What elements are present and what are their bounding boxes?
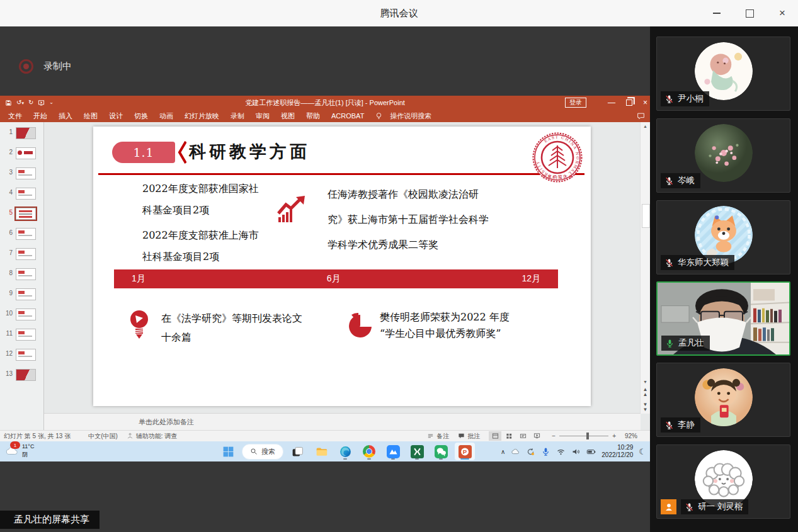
- sync-status-icon[interactable]: [526, 447, 535, 456]
- wifi-icon[interactable]: [556, 447, 566, 456]
- taskbar-clock[interactable]: 10:29 2022/12/20: [601, 444, 633, 459]
- slide-thumbnail-12[interactable]: 12: [5, 349, 43, 361]
- thumbnail-preview[interactable]: [16, 329, 36, 341]
- volume-icon[interactable]: [571, 447, 581, 456]
- thumbnail-preview[interactable]: [16, 248, 36, 260]
- start-button[interactable]: [218, 443, 238, 460]
- battery-icon[interactable]: [586, 447, 596, 456]
- weather-widget[interactable]: 1 11°C 阴: [5, 443, 34, 459]
- taskbar-app-wechat[interactable]: [431, 443, 451, 460]
- ribbon-tab-11[interactable]: 视图: [275, 110, 300, 122]
- scroll-down-icon[interactable]: ▼: [641, 378, 650, 386]
- notes-button[interactable]: 备注: [427, 432, 449, 441]
- scroll-up-icon[interactable]: ▲: [641, 122, 650, 130]
- thumbnail-preview[interactable]: [16, 228, 36, 240]
- thumbnail-preview[interactable]: [16, 268, 36, 280]
- taskbar-app-task-view[interactable]: [287, 443, 307, 460]
- language-status[interactable]: 中文(中国): [88, 432, 118, 441]
- slide-thumbnail-10[interactable]: 10: [5, 308, 43, 320]
- ppt-restore-button[interactable]: [626, 99, 632, 106]
- slide-thumbnail-13[interactable]: 13: [5, 369, 43, 381]
- slide-thumbnail-3[interactable]: 3: [5, 167, 43, 179]
- ribbon-tab-8[interactable]: 幻灯片放映: [179, 110, 225, 122]
- taskbar-app-excel[interactable]: [407, 443, 427, 460]
- accessibility-status[interactable]: 辅助功能: 调查: [127, 432, 178, 441]
- slide-thumbnail-5[interactable]: 5: [5, 208, 43, 220]
- taskbar-app-file-explorer[interactable]: [311, 443, 331, 460]
- participant-tile-2[interactable]: 岑峨: [656, 118, 790, 193]
- ribbon-tab-6[interactable]: 切换: [128, 110, 154, 122]
- start-slideshow-icon[interactable]: [38, 99, 45, 106]
- notes-pane[interactable]: 单击此处添加备注: [44, 413, 641, 430]
- redo-icon[interactable]: ↻: [28, 99, 33, 106]
- ribbon-tab-3[interactable]: 插入: [53, 110, 78, 122]
- slideshow-view-button[interactable]: [530, 431, 543, 441]
- slide-sorter-view-button[interactable]: [503, 431, 515, 441]
- slide-canvas[interactable]: 1.1 科研教学方面 EAST CHINA: [93, 127, 591, 406]
- thumbnail-preview[interactable]: [16, 127, 36, 139]
- normal-view-button[interactable]: [489, 431, 501, 441]
- ribbon-tab-7[interactable]: 动画: [154, 110, 179, 122]
- ribbon-tab-1[interactable]: 文件: [3, 110, 28, 122]
- ribbon-tab-4[interactable]: 绘图: [78, 110, 103, 122]
- slide-thumbnail-4[interactable]: 4: [5, 188, 43, 200]
- reading-view-button[interactable]: [516, 431, 529, 441]
- participant-tile-5[interactable]: 李静: [656, 363, 790, 437]
- ribbon-tab-2[interactable]: 开始: [28, 110, 53, 122]
- next-slide-button[interactable]: ▼▼: [641, 402, 650, 412]
- do-not-disturb-moon-icon[interactable]: ☾: [639, 447, 646, 456]
- slide-thumbnail-8[interactable]: 8: [5, 268, 43, 280]
- participant-tile-1[interactable]: 尹小桐: [656, 37, 790, 111]
- slide-thumbnail-11[interactable]: 11: [5, 329, 43, 341]
- thumbnail-preview[interactable]: [16, 288, 36, 300]
- notes-placeholder[interactable]: 单击此处添加备注: [139, 417, 194, 427]
- thumbnail-preview[interactable]: [16, 349, 36, 361]
- scrollbar-thumb[interactable]: [642, 204, 650, 228]
- taskbar-app-edge[interactable]: [335, 443, 355, 460]
- zoom-out-button[interactable]: −: [552, 433, 556, 439]
- slide-thumbnail-7[interactable]: 7: [5, 248, 43, 260]
- slide-thumbnail-2[interactable]: 2: [5, 147, 43, 159]
- zoom-slider-thumb[interactable]: [586, 433, 589, 439]
- ppt-close-button[interactable]: ×: [643, 99, 647, 106]
- tell-me-search[interactable]: 操作说明搜索: [384, 110, 437, 122]
- slide-thumbnail-1[interactable]: 1: [5, 127, 43, 139]
- ribbon-tab-13[interactable]: ACROBAT: [326, 110, 370, 122]
- ribbon-tab-9[interactable]: 录制: [225, 110, 250, 122]
- slide-thumbnail-9[interactable]: 9: [5, 288, 43, 300]
- undo-icon[interactable]: ↺▾: [16, 99, 24, 106]
- slide-thumbnail-6[interactable]: 6: [5, 228, 43, 240]
- thumbnail-preview[interactable]: [16, 167, 36, 179]
- comments-button[interactable]: 批注: [458, 432, 480, 441]
- zoom-slider[interactable]: [559, 436, 608, 436]
- ribbon-tab-5[interactable]: 设计: [103, 110, 128, 122]
- close-button[interactable]: ×: [773, 4, 792, 23]
- zoom-in-button[interactable]: +: [612, 433, 616, 439]
- tray-microphone-icon[interactable]: [541, 447, 550, 456]
- participant-tile-3[interactable]: 华东师大郑颖: [656, 200, 790, 274]
- customize-qat-icon[interactable]: ⌄: [49, 100, 54, 105]
- participant-tile-6[interactable]: 研一 刘灵榕: [656, 444, 790, 519]
- slide-scrollbar[interactable]: ▲ ▼ ▲▲ ▼▼: [640, 122, 650, 414]
- thumbnail-preview[interactable]: [16, 369, 36, 381]
- ribbon-comment-icon[interactable]: [637, 112, 645, 120]
- tray-overflow-chevron-icon[interactable]: ∧: [501, 448, 505, 455]
- thumbnail-preview[interactable]: [16, 147, 36, 159]
- ppt-minimize-button[interactable]: —: [608, 99, 615, 106]
- ribbon-tab-10[interactable]: 审阅: [250, 110, 275, 122]
- thumbnail-preview[interactable]: [16, 188, 36, 200]
- zoom-level[interactable]: 92%: [625, 433, 637, 439]
- thumbnail-preview[interactable]: [16, 208, 36, 220]
- signin-button[interactable]: 登录: [565, 98, 586, 108]
- onedrive-cloud-icon[interactable]: [511, 447, 520, 456]
- taskbar-search[interactable]: 搜索: [242, 444, 283, 460]
- taskbar-app-chrome[interactable]: [359, 443, 379, 460]
- taskbar-app-powerpoint[interactable]: P: [455, 443, 475, 460]
- ribbon-tab-12[interactable]: 帮助: [300, 110, 326, 122]
- participant-tile-4[interactable]: 孟凡壮: [656, 281, 790, 356]
- save-icon[interactable]: [5, 99, 12, 106]
- minimize-button[interactable]: [707, 4, 726, 23]
- taskbar-app-tencent-meeting[interactable]: [383, 443, 403, 460]
- maximize-button[interactable]: [740, 4, 759, 23]
- previous-slide-button[interactable]: ▲▲: [641, 387, 650, 397]
